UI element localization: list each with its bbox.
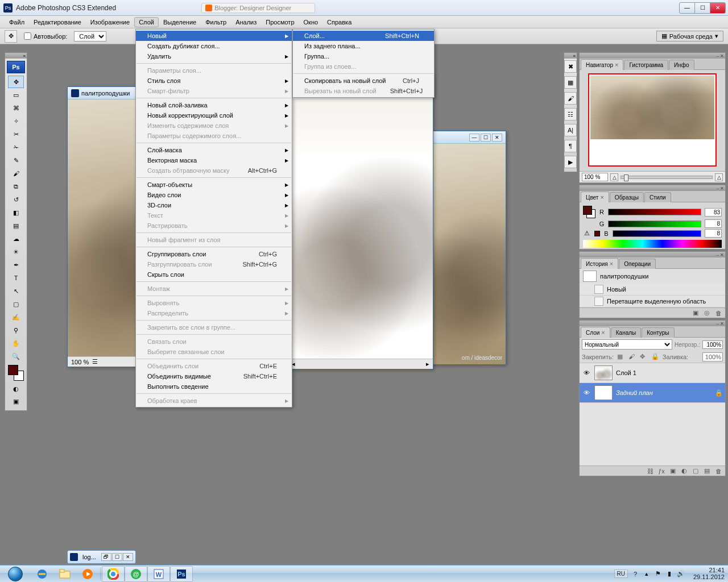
tb-word[interactable]: W <box>147 566 170 582</box>
panel-head[interactable]: –✕ <box>580 185 725 191</box>
healing-brush-tool[interactable]: ✎ <box>8 154 24 167</box>
menuitem[interactable]: Видео слои <box>136 190 292 200</box>
layer-row[interactable]: 👁Слой 1 <box>580 363 725 383</box>
menuitem[interactable]: Стиль слоя <box>136 76 292 86</box>
tab-операции[interactable]: Операции <box>619 259 656 269</box>
tb-media[interactable] <box>76 566 99 582</box>
gradient-tool[interactable]: ▤ <box>8 219 24 232</box>
type-tool[interactable]: T <box>8 272 24 284</box>
link-layers-icon[interactable]: ⛓ <box>646 467 655 475</box>
lock-pos-icon[interactable]: ✥ <box>640 353 648 361</box>
document-window-3[interactable]: —☐✕ om / ideasdecor <box>427 131 506 365</box>
menu-окно[interactable]: Окно <box>299 17 323 27</box>
history-item[interactable]: Новый <box>580 284 725 296</box>
minimized-document[interactable]: log... 🗗☐✕ <box>67 550 136 564</box>
tray-collapse-icon[interactable]: ▴ <box>643 570 651 578</box>
input-language[interactable]: RU <box>614 569 628 578</box>
menuitem[interactable]: 3D-слои <box>136 200 292 210</box>
doc3-titlebar[interactable]: —☐✕ <box>427 131 506 144</box>
menuitem[interactable]: Сгруппировать слоиCtrl+G <box>136 249 292 259</box>
b-value[interactable]: 8 <box>705 229 722 238</box>
paragraph-panel-icon[interactable]: ¶ <box>564 140 577 152</box>
tray-network-icon[interactable]: ▮ <box>665 570 673 578</box>
pen-tool[interactable]: ✒ <box>8 259 24 271</box>
layer-thumb[interactable] <box>594 365 613 380</box>
tab-история[interactable]: История× <box>581 258 618 269</box>
strip-grip[interactable]: « <box>564 53 577 59</box>
clone-stamp-tool[interactable]: ⧉ <box>8 180 24 193</box>
tray-flag-icon[interactable]: ⚑ <box>654 570 662 578</box>
workspace-switcher[interactable]: ▦ Рабочая среда ▾ <box>656 31 723 41</box>
g-slider[interactable] <box>608 221 701 227</box>
tab-стили[interactable]: Стили <box>644 192 671 202</box>
hand-tool[interactable]: ✋ <box>8 337 24 350</box>
visibility-icon[interactable]: 👁 <box>582 369 591 376</box>
doc1-zoom[interactable]: 100 % <box>71 359 89 365</box>
min-doc-close-icon[interactable]: ✕ <box>123 553 133 561</box>
menuitem[interactable]: Новый корректирующий слой <box>136 110 292 120</box>
tab-гистограмма[interactable]: Гистограмма <box>624 60 668 70</box>
layer-name[interactable]: Слой 1 <box>616 369 712 376</box>
quick-mask-toggle[interactable]: ◐ <box>8 383 24 394</box>
doc2-canvas[interactable] <box>288 74 433 359</box>
menuitem[interactable]: Объединить видимыеShift+Ctrl+E <box>136 371 292 381</box>
delete-state-icon[interactable]: 🗑 <box>714 309 723 317</box>
new-snapshot-icon[interactable]: ◎ <box>702 309 712 317</box>
panel-head[interactable]: –✕ <box>580 53 725 59</box>
nav-zoom-slider[interactable] <box>621 176 713 179</box>
menu-выделение[interactable]: Выделение <box>159 17 201 27</box>
screen-mode-toggle[interactable]: ▣ <box>8 396 24 407</box>
g-value[interactable]: 8 <box>705 219 722 228</box>
tool-presets-icon[interactable]: 🖌 <box>564 92 577 105</box>
layer-name[interactable]: Задний план <box>616 389 712 396</box>
brushes-panel-icon[interactable]: ✖ <box>564 60 577 73</box>
navigator-thumbnail[interactable] <box>588 73 717 167</box>
zoom-tool[interactable]: 🔍 <box>8 350 24 363</box>
menuitem[interactable]: Скопировать на новый слойCtrl+J <box>293 76 434 86</box>
taskbar-clock[interactable]: 21:41 29.11.2012 <box>688 567 725 580</box>
menuitem[interactable]: Выполнить сведение <box>136 381 292 392</box>
marquee-tool[interactable]: ▭ <box>8 89 24 101</box>
doc-max-icon[interactable]: ☐ <box>481 134 491 142</box>
menu-файл[interactable]: Файл <box>5 17 29 27</box>
menuitem[interactable]: Создать дубликат слоя... <box>136 41 292 51</box>
b-slider[interactable] <box>613 230 701 237</box>
tab-цвет[interactable]: Цвет× <box>581 192 609 202</box>
menuitem[interactable]: Удалить <box>136 51 292 61</box>
move-tool-icon[interactable]: ✥ <box>5 30 17 43</box>
blur-tool[interactable]: ☁ <box>8 232 24 245</box>
notes-tool[interactable]: ✍ <box>8 311 24 323</box>
menuitem[interactable]: Группа... <box>293 51 434 61</box>
tb-photoshop[interactable]: Ps <box>170 566 193 582</box>
panel-head[interactable]: –✕ <box>580 252 725 257</box>
minimize-button[interactable]: — <box>679 2 695 14</box>
eyedropper-tool[interactable]: ⚲ <box>8 324 24 336</box>
auto-select-combo[interactable]: Слой <box>74 31 106 41</box>
character-panel-icon[interactable]: A| <box>564 124 577 136</box>
layer-mask-icon[interactable]: ▣ <box>668 467 677 475</box>
min-doc-restore-icon[interactable]: 🗗 <box>101 553 111 561</box>
tray-help-icon[interactable]: ? <box>631 570 639 578</box>
layer-comps-icon[interactable]: ☷ <box>564 108 577 120</box>
tab-образцы[interactable]: Образцы <box>610 192 644 202</box>
layer-style-icon[interactable]: ƒx <box>657 467 666 475</box>
move-tool[interactable]: ✥ <box>8 76 24 88</box>
menuitem[interactable]: Из заднего плана... <box>293 41 434 51</box>
menu-просмотр[interactable]: Просмотр <box>261 17 299 27</box>
menu-слой[interactable]: Слой <box>134 17 159 27</box>
dodge-tool[interactable]: ☀ <box>8 246 24 258</box>
tab-контуры[interactable]: Контуры <box>642 327 674 338</box>
history-snapshot[interactable]: палитроподушки <box>580 269 725 284</box>
min-doc-max-icon[interactable]: ☐ <box>112 553 122 561</box>
maximize-button[interactable]: ☐ <box>694 2 710 14</box>
menu-фильтр[interactable]: Фильтр <box>201 17 231 27</box>
tab-слои[interactable]: Слои× <box>581 327 610 338</box>
tab-навигатор[interactable]: Навигатор× <box>581 59 623 70</box>
lock-trans-icon[interactable]: ▦ <box>617 353 625 361</box>
menuitem[interactable]: Смарт-объекты <box>136 180 292 190</box>
color-spectrum[interactable] <box>583 240 722 248</box>
menuitem[interactable]: Новый <box>136 31 292 41</box>
layer-row[interactable]: 👁Задний план🔒 <box>580 383 725 403</box>
menuitem[interactable]: Скрыть слои <box>136 269 292 280</box>
clone-panel-icon[interactable]: ▦ <box>564 76 577 89</box>
